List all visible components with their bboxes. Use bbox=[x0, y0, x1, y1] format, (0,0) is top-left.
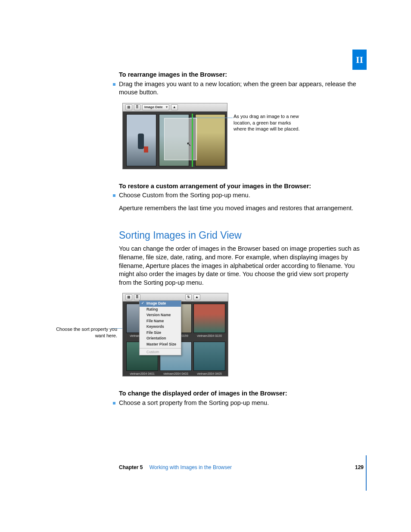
menu-item-custom[interactable]: Custom bbox=[140, 349, 181, 355]
menu-separator bbox=[140, 348, 181, 348]
footer-rule bbox=[366, 455, 367, 491]
page-number: 129 bbox=[355, 464, 364, 471]
section-heading: Sorting Images in Grid View bbox=[119, 229, 360, 242]
footer-chapter: Chapter 5 bbox=[119, 464, 143, 470]
sort-stepper[interactable]: ⇅ bbox=[185, 294, 192, 300]
restore-bullet-text: Choose Custom from the Sorting pop-up me… bbox=[119, 191, 250, 200]
thumbnail-label: vietnam2004 0401 bbox=[127, 372, 158, 376]
insertion-bar bbox=[192, 114, 193, 167]
callout-leader bbox=[190, 118, 233, 118]
list-view-button[interactable]: ≣ bbox=[134, 104, 140, 110]
browser-panel: ▦ ≣ Image Date ▲ ↖ bbox=[122, 103, 227, 169]
figure-drag-reorder: ▦ ≣ Image Date ▲ ↖ As you drag an image … bbox=[119, 103, 360, 172]
thumbnail-label: vietnam2004 0403 bbox=[160, 372, 191, 376]
menu-item-keywords[interactable]: Keywords bbox=[140, 324, 181, 330]
thumbnail-label: vietnam2004 0220 bbox=[194, 334, 225, 338]
restore-bullet: Choose Custom from the Sorting pop-up me… bbox=[119, 191, 360, 200]
menu-item-file-name[interactable]: File Name bbox=[140, 318, 181, 324]
change-order-bullet-text: Choose a sort property from the Sorting … bbox=[119, 399, 269, 408]
thumbnail[interactable]: vietnam2004 0220 bbox=[193, 304, 225, 333]
rearrange-bullet: Drag the images you want to a new locati… bbox=[119, 80, 360, 97]
page-footer: Chapter 5 Working with Images in the Bro… bbox=[119, 464, 364, 471]
page-body: To rearrange images in the Browser: Drag… bbox=[119, 71, 360, 408]
sort-direction-button[interactable]: ▲ bbox=[171, 104, 178, 110]
browser-panel-grid: ▦ ≣ ⇅ ▲ vietnam2004 0157 vietnam2004 015… bbox=[122, 293, 228, 376]
thumbnail[interactable] bbox=[195, 114, 225, 166]
bullet-icon bbox=[113, 83, 115, 86]
grid-view-button[interactable]: ▦ bbox=[125, 104, 132, 110]
figure1-callout: As you drag an image to a new location, … bbox=[234, 113, 302, 133]
figure2-callout: Choose the sort property you want here. bbox=[54, 326, 117, 339]
sorting-popup-open[interactable]: Image Date Rating Version Name File Name… bbox=[139, 300, 181, 355]
menu-item-version-name[interactable]: Version Name bbox=[140, 312, 181, 318]
sorting-popup[interactable]: Image Date bbox=[142, 104, 169, 110]
menu-item-orientation[interactable]: Orientation bbox=[140, 336, 181, 341]
figure-sort-menu: ▦ ≣ ⇅ ▲ vietnam2004 0157 vietnam2004 015… bbox=[119, 293, 360, 379]
cursor-icon: ↖ bbox=[187, 140, 191, 148]
bullet-icon bbox=[113, 194, 115, 197]
section-intro: You can change the order of images in th… bbox=[119, 245, 360, 287]
menu-item-image-date[interactable]: Image Date bbox=[140, 301, 181, 306]
rearrange-bullet-text: Drag the images you want to a new locati… bbox=[119, 80, 360, 97]
grid-view-button[interactable]: ▦ bbox=[125, 294, 132, 300]
part-tab: II bbox=[352, 50, 367, 70]
sort-direction-button[interactable]: ▲ bbox=[193, 294, 200, 300]
menu-item-rating[interactable]: Rating bbox=[140, 307, 181, 312]
thumbnail[interactable] bbox=[126, 114, 156, 166]
browser-toolbar: ▦ ≣ Image Date ▲ bbox=[123, 103, 227, 112]
change-order-bullet: Choose a sort property from the Sorting … bbox=[119, 399, 360, 408]
menu-item-master-pixel[interactable]: Master Pixel Size bbox=[140, 342, 181, 347]
bullet-icon bbox=[113, 402, 115, 404]
change-order-lead: To change the displayed order of images … bbox=[119, 389, 360, 398]
menu-item-file-size[interactable]: File Size bbox=[140, 330, 181, 336]
footer-title: Working with Images in the Browser bbox=[149, 464, 232, 470]
list-view-button[interactable]: ≣ bbox=[134, 294, 140, 300]
restore-after: Aperture remembers the last time you mov… bbox=[119, 204, 360, 213]
rearrange-lead: To rearrange images in the Browser: bbox=[119, 71, 360, 79]
thumbnail[interactable]: vietnam2004 0405 bbox=[193, 342, 225, 371]
restore-lead: To restore a custom arrangement of your … bbox=[119, 182, 360, 191]
thumbnail-label: vietnam2004 0405 bbox=[194, 372, 225, 376]
